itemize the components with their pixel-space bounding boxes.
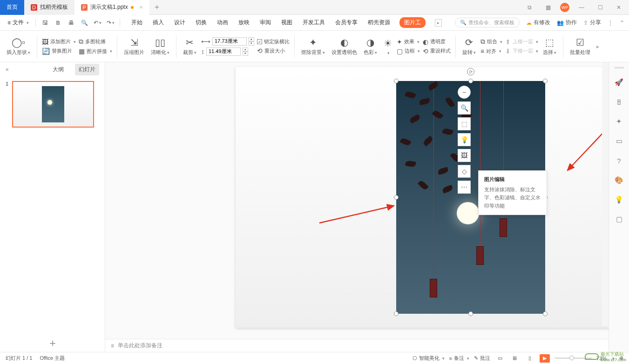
width-input[interactable] [212,37,247,46]
rail-play-icon[interactable]: ▢ [614,214,625,225]
cooperation-button[interactable]: 👥 协作 [557,19,577,27]
tab-devtools[interactable]: 开发工具 [302,17,326,28]
reset-size-button[interactable]: ⟲重设大小 [257,47,290,54]
compress-image-button[interactable]: ⇲压缩图片 [122,32,146,61]
save-icon[interactable]: 🖫 [40,17,51,28]
slide-thumbnail-1[interactable]: 1 [6,81,99,128]
view-sorter-icon[interactable]: ⊞ [510,354,520,363]
share-button[interactable]: ⇪ 分享 [583,19,601,27]
window-close-icon[interactable]: ✕ [612,1,625,14]
window-minimize-icon[interactable]: — [575,1,588,14]
float-collapse-button[interactable]: − [458,86,471,99]
select-button[interactable]: ⬚选择▾ [541,32,558,61]
notes-toggle[interactable]: ≡备注▾ [449,355,469,362]
handle-se[interactable] [543,311,548,316]
insert-shape-button[interactable]: ◯▫ 插入形状▾ [5,32,32,61]
crop-button[interactable]: ✂裁剪▾ [181,32,198,61]
height-down[interactable]: ▾ [243,52,248,56]
smart-beautify-button[interactable]: ⬡智能美化▾ [413,355,445,362]
save-as-icon[interactable]: 🗎 [53,17,64,28]
add-slide-button[interactable]: ＋ [0,333,105,352]
border-button[interactable]: ▢边框▾ [397,47,420,55]
handle-n[interactable] [468,79,473,83]
tab-view[interactable]: 视图 [280,17,293,28]
redo-icon[interactable]: ↷▾ [105,17,116,28]
handle-w[interactable] [394,195,399,200]
combine-button[interactable]: ⧉组合▾ [480,38,502,46]
more-menu-icon[interactable]: ⋮ [608,20,613,26]
tab-document[interactable]: P 演示文稿1.pptx ✕ [74,0,149,15]
file-menu[interactable]: ≡ 文件▾ [5,17,32,28]
tab-slideshow[interactable]: 放映 [237,17,250,28]
brightness-button[interactable]: ☀▾ [382,32,394,61]
tab-animation[interactable]: 动画 [216,17,229,28]
user-avatar[interactable]: WP [560,3,569,12]
handle-s[interactable] [468,311,473,316]
view-reading-icon[interactable]: ▯ [525,354,535,363]
rail-rocket-icon[interactable]: 🚀 [614,77,625,88]
rail-star-icon[interactable]: ✦ [614,116,625,127]
handle-nw[interactable] [394,79,399,83]
tab-templates[interactable]: D 找稻壳模板 [24,0,74,15]
remove-bg-button[interactable]: ✦抠除背景▾ [299,32,327,61]
float-crop-button[interactable]: ⬚ [458,117,471,130]
apps-icon[interactable]: ▦ [541,1,555,14]
comments-toggle[interactable]: ✎批注 [474,355,490,362]
handle-sw[interactable] [394,311,399,316]
tab-start[interactable]: 开始 [130,17,143,28]
add-image-button[interactable]: 🖼添加图片▾ [42,38,76,46]
width-up[interactable]: ▴ [249,37,254,41]
rotate-button[interactable]: ⟳旋转▾ [460,32,478,61]
reset-style-button[interactable]: ⟲重设样式 [423,47,451,55]
print-preview-icon[interactable]: 🔍 [79,17,90,28]
rail-palette-icon[interactable]: 🎨 [614,175,625,186]
tab-transition[interactable]: 切换 [195,17,208,28]
height-input[interactable] [206,47,241,56]
tab-insert[interactable]: 插入 [152,17,165,28]
rotate-handle[interactable]: ⟳ [467,68,474,75]
multi-carousel-button[interactable]: ⧉多图轮播 [79,38,112,46]
float-idea-button[interactable]: 💡 [458,133,471,146]
move-down-button[interactable]: ⬇下移一层▾ [505,47,538,55]
tab-member[interactable]: 会员专享 [334,17,358,28]
rail-template-icon[interactable]: ▭ [614,135,625,147]
tab-home[interactable]: 首页 [0,0,24,15]
close-tab-icon[interactable]: ✕ [139,5,143,10]
replace-image-button[interactable]: 🔄替换图片 [42,47,76,55]
float-edit-button[interactable]: ◇ [458,165,471,178]
notes-bar[interactable]: ≡ 单击此处添加备注 [105,339,609,352]
float-zoom-button[interactable]: 🔍 [458,101,471,115]
canvas[interactable]: ⟳ [105,62,609,339]
collapse-panel-icon[interactable]: « [6,66,9,73]
window-maximize-icon[interactable]: ☐ [594,1,607,14]
outline-tab[interactable]: 大纲 [49,64,68,75]
rail-sliders-icon[interactable]: 🎚 [614,96,625,108]
add-tab-button[interactable]: ＋ [149,0,164,15]
collapse-ribbon-icon[interactable]: ⌃ [620,20,624,26]
float-replace-button[interactable]: 🖼 [458,149,471,162]
float-more-button[interactable]: ⋯ [458,181,471,194]
height-up[interactable]: ▴ [243,47,248,52]
view-normal-icon[interactable]: ▭ [495,354,505,363]
pending-changes[interactable]: ☁ 有修改 [526,19,550,27]
batch-button[interactable]: ☑批量处理 [568,32,592,61]
print-icon[interactable]: 🖶 [66,17,77,28]
tab-review[interactable]: 审阅 [259,17,272,28]
move-up-button[interactable]: ⬆上移一层▾ [505,38,538,46]
rail-drag-icon[interactable] [615,67,624,68]
tab-design[interactable]: 设计 [173,17,186,28]
image-stitch-button[interactable]: ▦图片拼接▾ [79,47,112,55]
color-button[interactable]: ◑色彩▾ [362,32,379,61]
rail-help-icon[interactable]: ? [614,155,625,166]
width-down[interactable]: ▾ [249,41,254,46]
ribbon-expand-icon[interactable]: ▸ [595,43,601,50]
handle-ne[interactable] [543,79,548,83]
vertical-scrollbar[interactable] [602,62,609,326]
rail-bulb-icon[interactable]: 💡 [614,194,625,205]
lock-ratio-checkbox[interactable]: ✓锁定纵横比 [257,38,290,45]
more-tabs-icon[interactable]: ▸ [435,19,442,27]
set-transparent-button[interactable]: ◐设置透明色 [330,32,359,61]
clarity-button[interactable]: ▯▯清晰化▾ [149,32,171,61]
command-search[interactable]: 🔍 查找命令、搜索模板 [455,18,520,27]
effects-button[interactable]: ✦效果▾ [397,38,420,46]
